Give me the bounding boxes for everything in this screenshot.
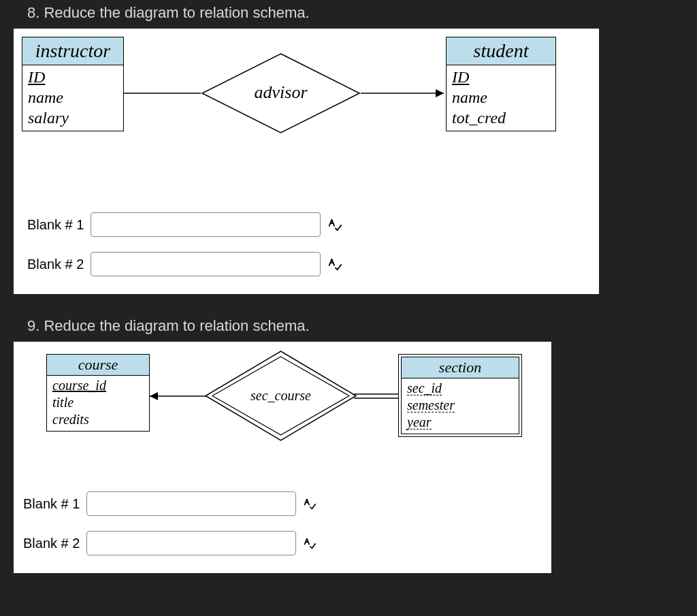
spellcheck-icon[interactable]	[327, 257, 342, 272]
entity-student-attr-totcred: tot_cred	[452, 108, 550, 128]
q9-blank-2-row: Blank # 2	[23, 531, 317, 555]
entity-section-title: section	[402, 357, 519, 378]
entity-instructor-title: instructor	[22, 37, 123, 65]
entity-course-attr-credits: credits	[52, 411, 144, 428]
q8-blank-2-label: Blank # 2	[27, 257, 84, 272]
entity-student-attr-id: ID	[452, 67, 550, 87]
entity-section-attr-secid: sec_id	[407, 380, 513, 397]
svg-marker-5	[150, 392, 158, 400]
relationship-advisor: advisor	[201, 52, 361, 134]
q8-panel: instructor ID name salary advisor studen…	[14, 29, 599, 294]
spellcheck-icon[interactable]	[303, 497, 317, 510]
q8-blank-1-row: Blank # 1	[27, 212, 342, 237]
question-9-prompt: 9. Reduce the diagram to relation schema…	[0, 313, 697, 342]
q8-blank-1-input[interactable]	[91, 212, 321, 237]
q9-blank-1-row: Blank # 1	[23, 491, 317, 516]
relationship-sec-course-label: sec_course	[204, 388, 357, 404]
entity-course-title: course	[47, 355, 149, 376]
q9-blank-1-label: Blank # 1	[23, 496, 80, 512]
entity-course: course course_id title credits	[46, 354, 150, 432]
entity-instructor-attr-name: name	[28, 87, 118, 108]
question-8-prompt: 8. Reduce the diagram to relation schema…	[0, 0, 697, 29]
entity-section-attr-year: year	[407, 414, 513, 431]
entity-instructor-attr-id: ID	[28, 67, 118, 87]
relationship-sec-course: sec_course	[204, 350, 357, 442]
q8-blank-2-row: Blank # 2	[27, 252, 342, 276]
q9-blank-1-input[interactable]	[86, 491, 296, 516]
q9-panel: course course_id title credits sec_cours…	[14, 342, 551, 573]
q8-blank-2-input[interactable]	[91, 252, 321, 276]
q8-blank-1-label: Blank # 1	[27, 217, 84, 233]
spellcheck-icon[interactable]	[327, 217, 342, 232]
entity-section: section sec_id semester year	[398, 354, 522, 437]
svg-marker-2	[436, 89, 444, 97]
entity-course-attr-courseid: course_id	[52, 377, 144, 394]
spellcheck-icon[interactable]	[303, 536, 317, 550]
q9-blank-2-label: Blank # 2	[23, 536, 80, 551]
entity-course-attr-title: title	[52, 394, 144, 411]
entity-section-attr-semester: semester	[407, 397, 513, 414]
entity-instructor: instructor ID name salary	[22, 37, 124, 131]
relationship-advisor-label: advisor	[201, 82, 361, 103]
entity-instructor-attr-salary: salary	[28, 108, 118, 128]
entity-student: student ID name tot_cred	[446, 37, 556, 131]
q9-blank-2-input[interactable]	[86, 531, 296, 555]
entity-student-title: student	[447, 37, 555, 65]
entity-student-attr-name: name	[452, 87, 550, 108]
